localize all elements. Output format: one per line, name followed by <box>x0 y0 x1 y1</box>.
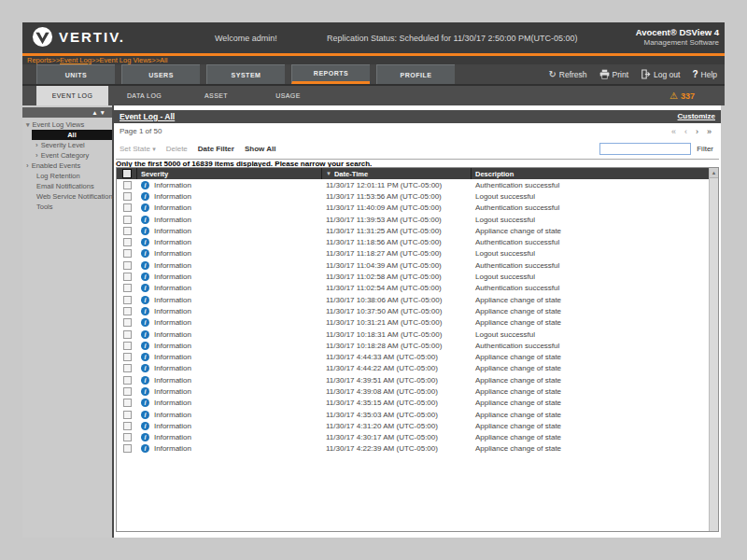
breadcrumb-segment-event-log[interactable]: Event Log <box>60 56 92 64</box>
tree-item-severity-level[interactable]: ›Severity Level <box>22 140 112 150</box>
row-checkbox[interactable] <box>123 192 132 201</box>
row-checkbox[interactable] <box>123 181 132 189</box>
severity-cell: iInformation <box>137 227 322 235</box>
filter-input[interactable] <box>599 143 691 155</box>
tree-item-event-category[interactable]: ›Event Category <box>22 150 112 161</box>
alert-badge[interactable]: ⚠ 337 <box>669 86 695 105</box>
row-checkbox[interactable] <box>123 399 132 407</box>
table-row[interactable]: iInformation11/30/17 11:40:09 AM (UTC-05… <box>117 203 709 214</box>
row-checkbox[interactable] <box>123 273 132 281</box>
row-checkbox[interactable] <box>123 307 132 315</box>
row-checkbox[interactable] <box>123 284 132 292</box>
subtab-asset[interactable]: ASSET <box>180 86 252 105</box>
prev-page-button[interactable]: ‹ <box>684 127 687 136</box>
description-column-header[interactable]: Description <box>472 168 709 179</box>
expanded-chevron-icon[interactable]: ▾ <box>26 121 30 129</box>
tree-item-web-service-notifications[interactable]: Web Service Notifications <box>22 191 112 202</box>
tree-item-log-retention[interactable]: Log Retention <box>22 171 112 181</box>
table-row[interactable]: iInformation11/30/17 11:18:56 AM (UTC-05… <box>117 236 709 247</box>
datetime-cell: 11/30/17 11:02:58 AM (UTC-05:00) <box>322 273 472 281</box>
date-filter-button[interactable]: Date Filter <box>198 145 234 153</box>
tree-item-all[interactable]: All <box>32 130 112 140</box>
table-row[interactable]: iInformation11/30/17 4:44:33 AM (UTC-05:… <box>117 351 709 362</box>
last-page-button[interactable]: » <box>707 127 712 136</box>
print-button[interactable]: Print <box>599 69 628 79</box>
subtab-event-log[interactable]: EVENT LOG <box>36 86 108 105</box>
table-row[interactable]: iInformation11/30/17 4:39:51 AM (UTC-05:… <box>117 374 709 385</box>
table-row[interactable]: iInformation11/30/17 11:39:53 AM (UTC-05… <box>117 214 709 225</box>
row-checkbox[interactable] <box>123 203 132 212</box>
row-checkbox[interactable] <box>123 238 132 246</box>
row-checkbox[interactable] <box>123 296 132 304</box>
next-page-button[interactable]: › <box>696 127 698 136</box>
table-scrollbar[interactable]: ▲ <box>709 168 718 531</box>
subtab-usage[interactable]: USAGE <box>252 86 324 105</box>
row-checkbox[interactable] <box>123 318 132 327</box>
select-all-checkbox[interactable] <box>122 169 132 178</box>
row-checkbox[interactable] <box>123 227 132 235</box>
delete-button[interactable]: Delete <box>166 145 188 153</box>
row-checkbox[interactable] <box>123 261 132 270</box>
scroll-up-icon[interactable]: ▲ <box>710 168 718 178</box>
row-checkbox[interactable] <box>123 249 132 258</box>
table-row[interactable]: iInformation11/30/17 4:44:22 AM (UTC-05:… <box>117 363 709 374</box>
table-row[interactable]: iInformation11/30/17 10:38:06 AM (UTC-05… <box>117 294 709 305</box>
table-row[interactable]: iInformation11/30/17 12:01:11 PM (UTC-05… <box>117 179 709 190</box>
severity-column-header[interactable]: Severity <box>137 168 322 179</box>
help-button[interactable]: ? Help <box>692 70 717 79</box>
tab-reports[interactable]: REPORTS <box>291 64 370 84</box>
collapsed-chevron-icon[interactable]: › <box>35 152 38 160</box>
row-checkbox[interactable] <box>123 353 132 361</box>
row-checkbox[interactable] <box>123 387 132 396</box>
datetime-column-header[interactable]: ▼ Date-Time <box>322 168 472 179</box>
table-row[interactable]: iInformation11/30/17 4:39:08 AM (UTC-05:… <box>117 385 709 397</box>
table-row[interactable]: iInformation11/30/17 11:02:54 AM (UTC-05… <box>117 283 709 294</box>
subtab-data-log[interactable]: DATA LOG <box>108 86 180 105</box>
tree-item-event-log-views[interactable]: ▾Event Log Views <box>22 119 112 130</box>
refresh-button[interactable]: ↻ Refresh <box>548 70 586 79</box>
collapsed-chevron-icon[interactable]: › <box>26 162 29 170</box>
set-state-button[interactable]: Set State ▾ <box>120 145 156 153</box>
tab-units[interactable]: UNITS <box>36 64 115 84</box>
sort-desc-icon[interactable]: ▼ <box>100 109 107 116</box>
table-row[interactable]: iInformation11/30/17 11:04:39 AM (UTC-05… <box>117 259 709 271</box>
table-row[interactable]: iInformation11/30/17 4:22:39 AM (UTC-05:… <box>117 443 709 455</box>
table-row[interactable]: iInformation11/30/17 11:02:58 AM (UTC-05… <box>117 271 709 282</box>
first-page-button[interactable]: « <box>671 127 676 136</box>
sort-asc-icon[interactable]: ▲ <box>92 109 99 116</box>
row-checkbox[interactable] <box>123 411 132 419</box>
row-checkbox[interactable] <box>123 433 132 441</box>
row-checkbox[interactable] <box>123 376 132 385</box>
tree-item-email-notifications[interactable]: Email Notifications <box>22 181 112 191</box>
page-title[interactable]: Event Log - All <box>120 110 175 123</box>
tree-item-tools[interactable]: Tools <box>22 202 112 212</box>
tab-profile[interactable]: PROFILE <box>376 64 455 84</box>
show-all-button[interactable]: Show All <box>245 145 275 153</box>
row-checkbox[interactable] <box>123 342 132 350</box>
table-row[interactable]: iInformation11/30/17 10:37:50 AM (UTC-05… <box>117 305 709 316</box>
table-row[interactable]: iInformation11/30/17 4:30:17 AM (UTC-05:… <box>117 432 709 443</box>
customize-link[interactable]: Customize <box>678 110 715 123</box>
row-checkbox[interactable] <box>123 422 132 430</box>
table-row[interactable]: iInformation11/30/17 4:35:03 AM (UTC-05:… <box>117 409 709 420</box>
logout-button[interactable]: Log out <box>641 69 680 79</box>
breadcrumb-segment-reports: Reports <box>27 56 51 64</box>
table-row[interactable]: iInformation11/30/17 11:53:56 AM (UTC-05… <box>117 190 709 202</box>
tab-users[interactable]: USERS <box>121 64 200 84</box>
row-checkbox[interactable] <box>123 330 132 339</box>
row-checkbox[interactable] <box>123 216 132 224</box>
refresh-label: Refresh <box>559 70 587 79</box>
tree-item-enabled-events[interactable]: ›Enabled Events <box>22 161 112 171</box>
table-row[interactable]: iInformation11/30/17 11:18:27 AM (UTC-05… <box>117 248 709 259</box>
tab-system[interactable]: SYSTEM <box>206 64 285 84</box>
row-checkbox[interactable] <box>123 364 132 372</box>
sidebar-sort-bar[interactable]: ▲▼ <box>22 107 112 118</box>
table-row[interactable]: iInformation11/30/17 11:31:25 AM (UTC-05… <box>117 225 709 236</box>
row-checkbox[interactable] <box>123 444 132 453</box>
table-row[interactable]: iInformation11/30/17 4:31:20 AM (UTC-05:… <box>117 420 709 431</box>
table-row[interactable]: iInformation11/30/17 4:35:15 AM (UTC-05:… <box>117 398 709 409</box>
table-row[interactable]: iInformation11/30/17 10:18:31 AM (UTC-05… <box>117 329 709 340</box>
collapsed-chevron-icon[interactable]: › <box>35 142 38 149</box>
table-row[interactable]: iInformation11/30/17 10:31:21 AM (UTC-05… <box>117 317 709 329</box>
table-row[interactable]: iInformation11/30/17 10:18:28 AM (UTC-05… <box>117 340 709 351</box>
